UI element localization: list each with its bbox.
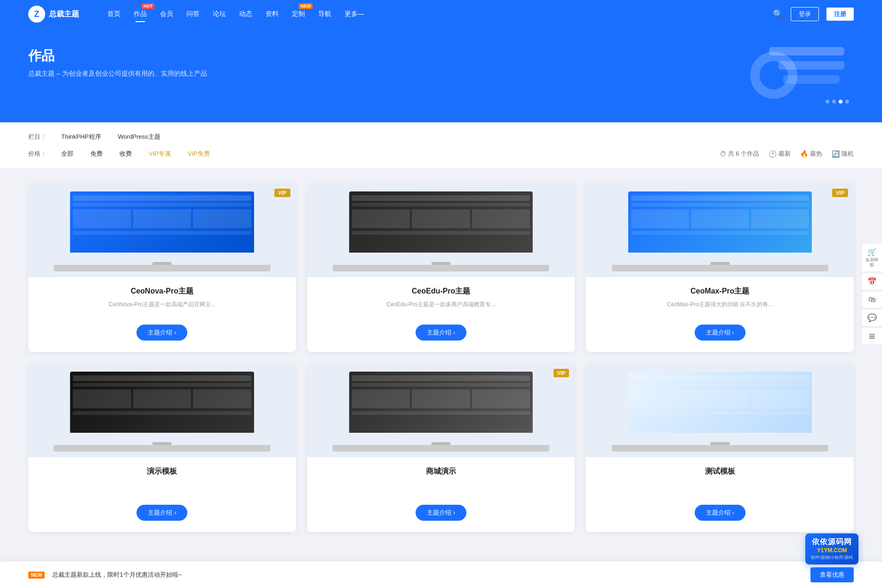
laptop-base — [611, 445, 828, 452]
hot-badge: HOT — [142, 3, 154, 9]
random-icon: 🔄 — [832, 150, 840, 158]
new-badge: NEW — [299, 3, 313, 9]
card-image-3: VIP — [586, 183, 854, 277]
tool-member-label: 会员特权 — [864, 257, 880, 268]
filter-paid[interactable]: 收费 — [117, 149, 135, 159]
nav-item-forum[interactable]: 论坛 — [213, 8, 226, 20]
laptop-mockup-4 — [44, 369, 280, 452]
card-desc-4 — [40, 480, 285, 497]
chat-icon: 💬 — [867, 313, 877, 322]
laptop-screen — [349, 191, 533, 253]
member-icon: 🛒 — [867, 247, 877, 256]
card-btn-3[interactable]: 主题介绍 › — [695, 325, 746, 341]
sort-hot[interactable]: 🔥 最热 — [800, 150, 822, 158]
sort-latest-label: 最新 — [778, 150, 791, 158]
nav-item-qa[interactable]: 问答 — [186, 8, 200, 20]
nav-item-works[interactable]: 作品 HOT — [134, 8, 147, 20]
nav-item-member[interactable]: 会员 — [160, 8, 173, 20]
sort-random-label: 随机 — [842, 150, 854, 158]
card-desc-5 — [319, 480, 564, 497]
laptop-screen — [628, 372, 811, 433]
hero-subtitle: 总裁主题 – 为创业者及创业公司提供有用的、实用的线上产品 — [28, 70, 854, 78]
laptop-screen — [349, 372, 533, 433]
laptop-base — [611, 265, 828, 271]
category-label: 栏目： — [28, 133, 47, 141]
vip-badge: VIP — [274, 189, 290, 197]
category-filter-row: 栏目： ThinkPHP程序 WordPress主题 — [28, 132, 854, 142]
card-image-4 — [28, 363, 296, 457]
main-content: VIP Ce — [0, 169, 882, 546]
tool-chat[interactable]: 💬 — [861, 309, 882, 326]
card-info-2: CeoEdu-Pro主题 CeoEdu-Pro主题是一款多商户高端教育专... … — [307, 277, 575, 352]
sort-hot-label: 最热 — [810, 150, 822, 158]
tool-calendar[interactable]: 📅 — [861, 273, 882, 290]
filter-wordpress[interactable]: WordPress主题 — [115, 132, 163, 142]
filter-free[interactable]: 免费 — [88, 149, 105, 159]
sort-random[interactable]: 🔄 随机 — [832, 150, 854, 158]
card-title-5: 商城演示 — [319, 467, 564, 477]
tool-member[interactable]: 🛒 会员特权 — [861, 243, 882, 272]
card-image-5: VIP — [307, 363, 575, 457]
logo-text: 总裁主题 — [49, 9, 79, 19]
filter-all[interactable]: 全部 — [58, 149, 76, 159]
card-btn-4[interactable]: 主题介绍 › — [136, 505, 187, 521]
logo[interactable]: Z 总裁主题 — [28, 6, 79, 23]
laptop-screen — [70, 372, 254, 433]
card-btn-6[interactable]: 主题介绍 › — [695, 505, 746, 521]
vip-badge: VIP — [832, 189, 848, 197]
card-info-3: CeoMax-Pro主题 CeoMax-Pro主题强大的功能 在不久的将... … — [586, 277, 854, 352]
nav-item-custom[interactable]: 定制 NEW — [292, 8, 305, 20]
card-btn-2[interactable]: 主题介绍 › — [416, 325, 466, 341]
product-card-2: CeoEdu-Pro主题 CeoEdu-Pro主题是一款多商户高端教育专... … — [307, 183, 575, 352]
price-filter-row: 价格： 全部 免费 收费 VIP专属 VIP免费 ⏱ 共 6 个作品 🕐 最新 … — [28, 149, 854, 159]
card-btn-1[interactable]: 主题介绍 › — [136, 325, 187, 341]
nav-item-home[interactable]: 首页 — [107, 8, 120, 20]
nav-item-more[interactable]: 更多— — [345, 8, 364, 20]
nav-item-dynamic[interactable]: 动态 — [239, 8, 252, 20]
count-icon: ⏱ — [720, 150, 726, 158]
nav-item-nav[interactable]: 导航 — [318, 8, 331, 20]
search-icon[interactable]: 🔍 — [773, 9, 783, 19]
card-info-4: 演示模板 主题介绍 › — [28, 457, 296, 532]
product-card-3: VIP Ce — [586, 183, 854, 352]
laptop-mockup-6 — [602, 369, 837, 452]
card-desc-1: CeoNova-Pro主题是一款高端产品官网主... — [40, 300, 285, 317]
product-card-1: VIP Ce — [28, 183, 296, 352]
tool-grid[interactable]: ⊞ — [861, 327, 882, 345]
nav-item-resource[interactable]: 资料 — [265, 8, 279, 20]
filter-thinkphp[interactable]: ThinkPHP程序 — [58, 132, 104, 142]
card-desc-2: CeoEdu-Pro主题是一款多商户高端教育专... — [319, 300, 564, 317]
grid-icon: ⊞ — [869, 332, 875, 341]
product-card-4: 演示模板 主题介绍 › — [28, 363, 296, 532]
watermark-site: 依依源码网 — [811, 537, 853, 546]
filter-vip-free[interactable]: VIP免费 — [185, 149, 213, 159]
laptop-mockup-3 — [602, 189, 837, 271]
laptop-base — [333, 445, 549, 452]
register-button[interactable]: 注册 — [826, 8, 854, 21]
card-info-6: 测试模板 主题介绍 › — [586, 457, 854, 532]
hero-title: 作品 — [28, 47, 854, 65]
laptop-base — [54, 265, 270, 271]
card-info-1: CeoNova-Pro主题 CeoNova-Pro主题是一款高端产品官网主...… — [28, 277, 296, 352]
card-title-2: CeoEdu-Pro主题 — [319, 286, 564, 296]
calendar-icon: 📅 — [867, 277, 877, 286]
product-card-6: 测试模板 主题介绍 › — [586, 363, 854, 532]
logo-icon: Z — [28, 6, 45, 23]
price-label: 价格： — [28, 150, 47, 158]
card-desc-6 — [597, 480, 842, 497]
header: Z 总裁主题 首页 作品 HOT 会员 问答 论坛 动态 资料 定制 NEW 导… — [0, 0, 882, 28]
laptop-base — [54, 445, 270, 452]
sort-latest[interactable]: 🕐 最新 — [769, 150, 791, 158]
laptop-screen — [70, 191, 254, 253]
hero-banner: 作品 总裁主题 – 为创业者及创业公司提供有用的、实用的线上产品 — [0, 28, 882, 122]
card-btn-5[interactable]: 主题介绍 › — [416, 505, 466, 521]
filter-vip[interactable]: VIP专属 — [146, 149, 174, 159]
card-info-5: 商城演示 主题介绍 › — [307, 457, 575, 532]
login-button[interactable]: 登录 — [791, 7, 819, 21]
hero-content: 作品 总裁主题 – 为创业者及创业公司提供有用的、实用的线上产品 — [28, 47, 854, 78]
tool-shop[interactable]: 🛍 — [861, 291, 882, 308]
shop-icon: 🛍 — [868, 295, 876, 304]
card-title-6: 测试模板 — [597, 467, 842, 477]
right-tools: 🛒 会员特权 📅 🛍 💬 ⊞ — [861, 243, 882, 345]
watermark: 依依源码网 Y1YM.COM 软件/游戏/小程序/源码 — [805, 533, 858, 546]
